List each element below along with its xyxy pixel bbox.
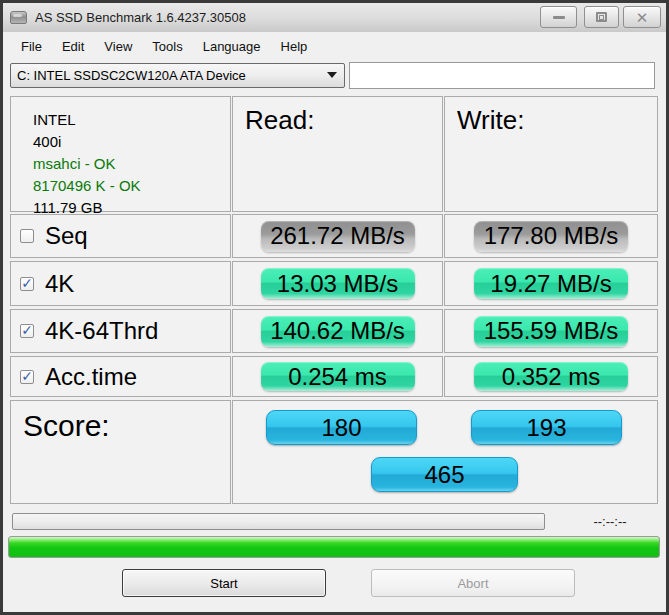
drive-vendor: INTEL [33,109,230,131]
driver-status: msahci - OK [33,153,230,175]
close-button[interactable]: ✕ [623,6,661,28]
info-textbox[interactable] [349,62,655,89]
drive-firmware: 400i [33,131,230,153]
window-title: AS SSD Benchmark 1.6.4237.30508 [35,10,246,25]
4k-write-value: 19.27 MB/s [474,268,628,299]
score-total: 465 [371,457,518,492]
4k-read-cell: 13.03 MB/s [232,261,443,306]
offset-status: 8170496 K - OK [33,175,230,197]
score-write: 193 [471,410,622,445]
score-panel: 180 193 465 [232,400,658,504]
abort-button[interactable]: Abort [371,569,575,597]
acctime-label: Acc.time [45,363,137,391]
drive-info-panel: INTEL 400i msahci - OK 8170496 K - OK 11… [10,96,231,212]
row-acctime: ✓ Acc.time [10,356,231,397]
4k64thrd-write-cell: 155.59 MB/s [444,309,658,353]
read-column-header: Read: [232,96,443,212]
score-read: 180 [266,410,417,445]
score-label: Score: [10,400,231,504]
seq-read-value: 261.72 MB/s [261,221,415,252]
seq-write-value: 177.80 MB/s [474,221,628,252]
seq-checkbox[interactable] [20,229,34,243]
minimize-button[interactable] [540,6,577,28]
menu-bar: File Edit View Tools Language Help [3,33,666,59]
start-button[interactable]: Start [122,569,326,597]
4k64thrd-checkbox[interactable]: ✓ [20,324,34,338]
4k-checkbox[interactable]: ✓ [20,277,34,291]
4k64thrd-read-cell: 140.62 MB/s [232,309,443,353]
menu-view[interactable]: View [94,35,142,58]
4k64thrd-read-value: 140.62 MB/s [261,316,415,347]
row-seq: Seq [10,214,231,258]
drive-select[interactable]: C: INTEL SSDSC2CW120A ATA Device [10,63,345,88]
minimize-icon [553,16,565,19]
menu-file[interactable]: File [11,35,52,58]
acctime-read-cell: 0.254 ms [232,356,443,397]
4k-label: 4K [45,270,74,298]
benchmark-progress-bar [12,513,545,530]
row-4k: ✓ 4K [10,261,231,306]
menu-help[interactable]: Help [271,35,318,58]
close-icon: ✕ [636,10,649,25]
4k64thrd-write-value: 155.59 MB/s [474,316,628,347]
maximize-icon [596,12,607,22]
seq-read-cell: 261.72 MB/s [232,214,443,258]
app-icon [10,11,27,24]
menu-edit[interactable]: Edit [52,35,94,58]
elapsed-time: --:--:-- [565,513,655,531]
acctime-write-cell: 0.352 ms [444,356,658,397]
write-column-header: Write: [444,96,658,212]
drive-select-value: C: INTEL SSDSC2CW120A ATA Device [17,68,246,83]
maximize-button[interactable] [584,6,619,28]
seq-label: Seq [45,222,88,250]
menu-language[interactable]: Language [193,35,271,58]
4k-read-value: 13.03 MB/s [261,268,415,299]
acctime-read-value: 0.254 ms [261,362,415,391]
chevron-down-icon [327,72,337,78]
menu-tools[interactable]: Tools [142,35,192,58]
overall-progress-bar [8,536,660,558]
acctime-checkbox[interactable]: ✓ [20,370,34,384]
4k-write-cell: 19.27 MB/s [444,261,658,306]
seq-write-cell: 177.80 MB/s [444,214,658,258]
acctime-write-value: 0.352 ms [474,362,628,391]
4k64thrd-label: 4K-64Thrd [45,317,158,345]
app-window: AS SSD Benchmark 1.6.4237.30508 ✕ File E… [0,0,669,615]
row-4k64thrd: ✓ 4K-64Thrd [10,309,231,353]
